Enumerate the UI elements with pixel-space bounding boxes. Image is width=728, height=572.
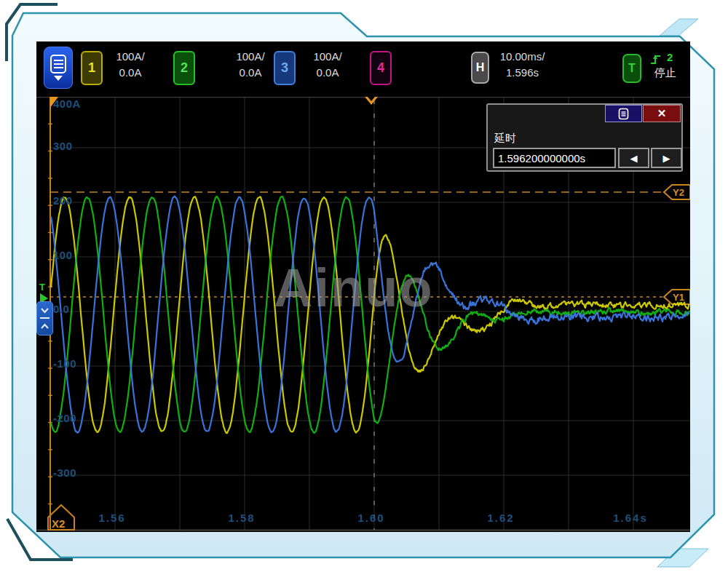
channel-3-scale: 100A/ xyxy=(302,49,353,65)
dialog-close-button[interactable]: ✕ xyxy=(643,105,681,122)
dialog-menu-button[interactable] xyxy=(605,105,642,122)
toolbar: 1 100A/ 0.0A 2 100A/ 0.0A 3 100A/ 0.0A 4… xyxy=(36,41,690,97)
cursor-x2-label: X2 xyxy=(52,517,65,530)
channel-1-scale: 100A/ xyxy=(105,49,156,65)
frame-accent-top-right xyxy=(660,19,698,36)
oscilloscope-app: 1 100A/ 0.0A 2 100A/ 0.0A 3 100A/ 0.0A 4… xyxy=(0,0,728,572)
run-status: 停止 xyxy=(654,66,676,80)
y-axis-label: -300 xyxy=(53,466,76,479)
trigger-button[interactable]: T xyxy=(622,54,641,83)
horizontal-position: 1.596s xyxy=(491,65,553,81)
y-axis-label: 200 xyxy=(53,194,73,207)
x-axis-label: 1.64s xyxy=(613,512,648,524)
chevron-down-icon xyxy=(54,76,63,81)
y-axis-label: -100 xyxy=(53,357,76,370)
channel-2-scale: 100A/ xyxy=(225,49,276,65)
x-axis-label: 1.56 xyxy=(98,512,125,524)
decrement-button[interactable]: ◀ xyxy=(618,148,649,168)
channel-2-offset: 0.0A xyxy=(225,65,276,81)
rising-edge-trigger-icon xyxy=(649,52,662,66)
y-axis-label: -200 xyxy=(53,412,76,424)
y-axis-label: 0.0 xyxy=(53,303,69,315)
main-menu-button[interactable] xyxy=(44,47,73,89)
watermark: Ainuo xyxy=(274,257,434,319)
horizontal-readout: 10.00ms/ 1.596s xyxy=(491,49,553,81)
right-arrow-icon: ▶ xyxy=(663,153,670,164)
x-axis-label: 1.62 xyxy=(487,512,514,524)
cursor-y2-label: Y2 xyxy=(673,187,684,198)
cursor-y1-label: Y1 xyxy=(673,292,684,303)
trigger-source: 2 xyxy=(667,51,673,63)
delay-dialog: ✕ 延时 ◀ ▶ xyxy=(486,103,683,172)
y-axis-label: 100 xyxy=(53,249,73,261)
x-axis-label: 1.60 xyxy=(357,512,384,524)
channel-2-button[interactable]: 2 xyxy=(173,51,195,85)
channel-3-button[interactable]: 3 xyxy=(274,51,296,85)
y-axis-label: 300 xyxy=(53,140,73,152)
scope-screen: 1 100A/ 0.0A 2 100A/ 0.0A 3 100A/ 0.0A 4… xyxy=(36,41,690,532)
channel-1-readout: 100A/ 0.0A xyxy=(105,49,156,81)
channel-2-readout: 100A/ 0.0A xyxy=(225,49,276,81)
dialog-title: 延时 xyxy=(494,132,516,146)
x-axis-label: 1.58 xyxy=(228,512,255,524)
y-axis-label: 400A xyxy=(53,98,81,110)
channel-3-readout: 100A/ 0.0A xyxy=(302,49,353,81)
left-arrow-icon: ◀ xyxy=(630,153,638,164)
channel-4-button[interactable]: 4 xyxy=(370,51,392,85)
channel-3-offset: 0.0A xyxy=(302,65,353,81)
channel-1-button[interactable]: 1 xyxy=(81,51,103,85)
menu-list-icon xyxy=(50,55,66,74)
vertical-position-handle[interactable] xyxy=(36,301,53,335)
menu-list-icon xyxy=(618,108,629,120)
increment-button[interactable]: ▶ xyxy=(651,148,682,168)
horizontal-button[interactable]: H xyxy=(471,52,489,84)
collapse-arrows-icon xyxy=(37,302,52,335)
close-icon: ✕ xyxy=(657,107,667,120)
trigger-level-label: T xyxy=(39,282,45,293)
delay-value-input[interactable] xyxy=(493,148,616,168)
channel-1-offset: 0.0A xyxy=(105,65,156,81)
horizontal-scale: 10.00ms/ xyxy=(491,49,553,65)
